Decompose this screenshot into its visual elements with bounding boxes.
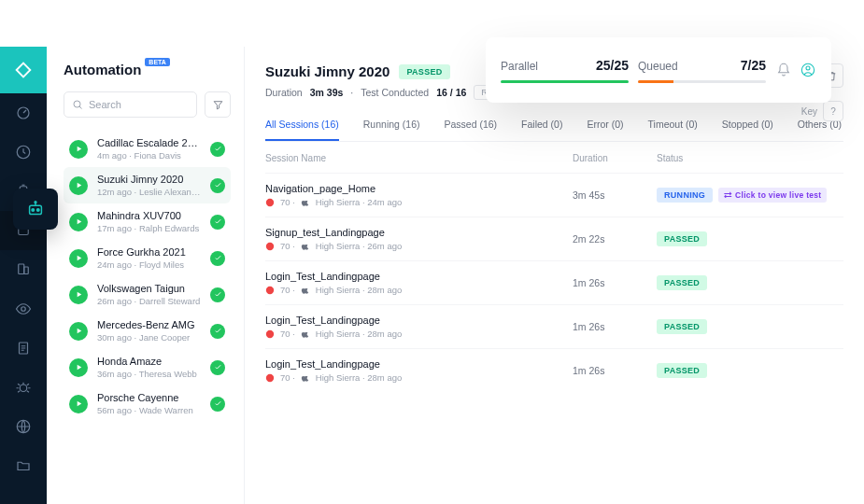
session-meta: 70 · High Sierra · 24m ago bbox=[265, 197, 573, 207]
svg-point-24 bbox=[266, 329, 274, 337]
tab[interactable]: Timeout (0) bbox=[648, 119, 698, 141]
build-name: Volkswagen Taigun bbox=[97, 283, 201, 294]
build-name: Mercedes-Benz AMG bbox=[97, 319, 201, 330]
check-icon bbox=[210, 178, 225, 193]
filter-icon bbox=[212, 99, 224, 111]
rail-docs[interactable] bbox=[0, 329, 47, 368]
queued-value: 7/25 bbox=[741, 58, 766, 73]
svg-point-5 bbox=[35, 202, 36, 203]
rail-devices[interactable] bbox=[0, 250, 47, 289]
user-icon[interactable] bbox=[800, 62, 816, 78]
tab[interactable]: Error (0) bbox=[587, 119, 623, 141]
help-button[interactable]: ? bbox=[823, 101, 843, 121]
logo-icon[interactable] bbox=[0, 47, 47, 93]
parallel-value: 25/25 bbox=[596, 58, 629, 73]
session-status-badge: PASSED bbox=[657, 319, 707, 334]
rail-visual[interactable] bbox=[0, 289, 47, 329]
queued-label: Queued bbox=[638, 60, 678, 73]
duration-value: 3m 39s bbox=[310, 87, 344, 98]
apple-icon bbox=[301, 242, 310, 251]
search-icon bbox=[72, 99, 83, 110]
queued-stat: Queued 7/25 bbox=[638, 58, 766, 83]
corner-actions: Key ? bbox=[801, 101, 843, 121]
build-status-badge: PASSED bbox=[399, 64, 449, 79]
tests-label: Test Conducted bbox=[361, 87, 429, 98]
session-name: Login_Test_Landingpage bbox=[265, 315, 573, 326]
live-badge[interactable]: ⮂ Click to view live test bbox=[718, 188, 827, 203]
build-meta: 26m ago · Darrell Steward bbox=[97, 296, 201, 306]
session-duration: 1m 26s bbox=[573, 277, 657, 288]
session-table: Navigation_page_Home 70 · High Sierra · … bbox=[265, 173, 843, 392]
tab[interactable]: Passed (16) bbox=[444, 119, 497, 141]
build-status-icon bbox=[69, 249, 88, 268]
session-row[interactable]: Login_Test_Landingpage 70 · High Sierra … bbox=[265, 304, 843, 348]
col-status: Status bbox=[657, 153, 843, 163]
rail-globe[interactable] bbox=[0, 407, 47, 446]
rail-history[interactable] bbox=[0, 133, 47, 172]
check-icon bbox=[210, 215, 225, 230]
table-header: Session Name Duration Status bbox=[265, 142, 843, 173]
build-item[interactable]: Mahindra XUV700 17m ago · Ralph Edwards bbox=[64, 203, 231, 240]
build-item[interactable]: Honda Amaze 36m ago · Theresa Webb bbox=[64, 349, 231, 385]
check-icon bbox=[210, 251, 225, 266]
build-status-icon bbox=[69, 358, 88, 377]
build-list-panel: Automation BETA Search Cadillac Escalade… bbox=[47, 47, 245, 504]
tab[interactable]: Failed (0) bbox=[521, 119, 562, 141]
build-status-icon bbox=[69, 140, 88, 159]
check-icon bbox=[210, 397, 225, 412]
check-icon bbox=[210, 360, 225, 375]
session-meta: 70 · High Sierra · 26m ago bbox=[265, 241, 573, 251]
nav-rail bbox=[0, 47, 47, 504]
session-name: Login_Test_Landingpage bbox=[265, 271, 573, 282]
build-title: Suzuki Jimny 2020 bbox=[265, 63, 390, 79]
build-item[interactable]: Porsche Cayenne 56m ago · Wade Warren bbox=[64, 385, 231, 422]
build-meta: 17m ago · Ralph Edwards bbox=[97, 223, 201, 233]
rail-bug[interactable] bbox=[0, 368, 47, 407]
tab[interactable]: All Sessions (16) bbox=[265, 119, 339, 141]
session-row[interactable]: Login_Test_Landingpage 70 · High Sierra … bbox=[265, 260, 843, 304]
automation-icon-active[interactable] bbox=[13, 189, 58, 230]
build-name: Suzuki Jimny 2020 bbox=[97, 174, 201, 185]
chrome-icon bbox=[265, 373, 275, 383]
build-name: Force Gurkha 2021 bbox=[97, 246, 201, 258]
parallel-label: Parallel bbox=[501, 60, 538, 73]
build-meta: 30m ago · Jane Cooper bbox=[97, 332, 201, 343]
chrome-icon bbox=[265, 286, 275, 295]
session-duration: 3m 45s bbox=[573, 189, 657, 201]
tab[interactable]: Stopped (0) bbox=[722, 119, 773, 141]
build-item[interactable]: Volkswagen Taigun 26m ago · Darrell Stew… bbox=[64, 276, 231, 313]
key-label[interactable]: Key bbox=[801, 106, 817, 117]
session-row[interactable]: Login_Test_Landingpage 70 · High Sierra … bbox=[265, 348, 843, 392]
build-item[interactable]: Force Gurkha 2021 24m ago · Floyd Miles bbox=[64, 240, 231, 276]
build-item[interactable]: Suzuki Jimny 2020 12m ago · Leslie Alexa… bbox=[64, 167, 231, 203]
build-item[interactable]: Mercedes-Benz AMG 30m ago · Jane Cooper bbox=[64, 313, 231, 349]
build-name: Mahindra XUV700 bbox=[97, 210, 201, 221]
session-status-badge: PASSED bbox=[657, 363, 707, 378]
svg-rect-11 bbox=[24, 267, 29, 274]
build-item[interactable]: Cadillac Escalade 2002 4m ago · Fiona Da… bbox=[64, 131, 231, 167]
build-status-icon bbox=[69, 176, 88, 195]
session-name: Navigation_page_Home bbox=[265, 183, 573, 194]
build-meta: 24m ago · Floyd Miles bbox=[97, 259, 201, 270]
session-row[interactable]: Signup_test_Landingpage 70 · High Sierra… bbox=[265, 217, 843, 260]
session-meta: 70 · High Sierra · 28m ago bbox=[265, 285, 573, 295]
rail-dashboard[interactable] bbox=[0, 93, 47, 133]
svg-point-23 bbox=[266, 286, 274, 293]
build-meta: 56m ago · Wade Warren bbox=[97, 405, 201, 415]
bell-icon[interactable] bbox=[775, 62, 792, 78]
rail-folder[interactable] bbox=[0, 446, 47, 485]
svg-point-22 bbox=[266, 242, 274, 249]
session-row[interactable]: Navigation_page_Home 70 · High Sierra · … bbox=[265, 173, 843, 217]
search-input[interactable]: Search bbox=[64, 91, 197, 118]
beta-badge: BETA bbox=[145, 58, 170, 66]
tests-value: 16 / 16 bbox=[436, 87, 466, 98]
tab[interactable]: Running (16) bbox=[363, 119, 420, 141]
col-duration: Duration bbox=[573, 153, 657, 163]
filter-button[interactable] bbox=[205, 91, 231, 118]
page-title: Automation BETA bbox=[64, 62, 170, 77]
build-status-icon bbox=[69, 395, 88, 413]
svg-point-25 bbox=[266, 373, 274, 381]
session-meta: 70 · High Sierra · 28m ago bbox=[265, 329, 573, 339]
duration-label: Duration bbox=[265, 87, 303, 98]
tab[interactable]: Others (0) bbox=[798, 119, 842, 141]
